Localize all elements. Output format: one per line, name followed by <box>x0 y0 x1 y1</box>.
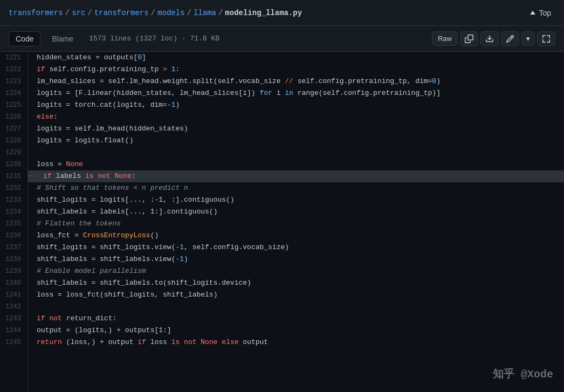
table-row: loss = loss_fct(shift_logits, shift_labe… <box>28 289 564 301</box>
breadcrumb-repo[interactable]: transformers <box>9 9 63 17</box>
line-indicator[interactable]: ··· <box>28 170 36 182</box>
line-number: 1243 <box>4 313 23 325</box>
code-token: -1 <box>175 243 184 251</box>
breadcrumb-sep5: / <box>218 9 223 17</box>
code-token: None <box>201 338 217 346</box>
code-token: () <box>150 231 159 239</box>
table-row: if self.config.pretraining_tp > 1: <box>28 64 564 75</box>
line-number: 1240 <box>4 277 23 289</box>
more-button[interactable]: ▾ <box>521 31 535 46</box>
code-token: shift_logits = shift_logits.view( <box>37 243 175 251</box>
line-number: 1245 <box>4 336 23 348</box>
code-token: loss = <box>37 160 66 168</box>
toolbar-actions: Raw ▾ <box>432 31 555 46</box>
code-token: not <box>184 338 196 346</box>
raw-button[interactable]: Raw <box>432 31 458 46</box>
line-number: 1230 <box>4 159 23 170</box>
table-row: logits = self.lm_head(hidden_states) <box>28 123 564 135</box>
code-token: in <box>285 89 293 97</box>
table-row: shift_labels = shift_labels.to(shift_log… <box>28 277 564 289</box>
line-number: 1236 <box>4 230 23 242</box>
code-token: if <box>37 314 45 322</box>
code-token: # Enable model parallelism <box>37 267 146 275</box>
table-row: loss = None <box>28 159 564 170</box>
code-token: -1 <box>175 255 184 263</box>
line-number: 1221 <box>4 52 23 64</box>
code-token: : <box>53 113 58 121</box>
line-number: 1233 <box>4 194 23 206</box>
code-token <box>180 338 184 346</box>
code-token: : <box>175 65 180 73</box>
code-token: else <box>222 338 238 346</box>
download-button[interactable] <box>480 31 499 46</box>
code-token: ) <box>175 101 180 109</box>
breadcrumb: transformers / src / transformers / mode… <box>9 9 302 17</box>
table-row: shift_labels = labels[..., 1:].contiguou… <box>28 206 564 218</box>
code-token: output <box>239 338 269 346</box>
line-number: 1232 <box>4 182 23 194</box>
code-token: loss = loss_fct(shift_logits, shift_labe… <box>37 291 217 299</box>
code-token: None <box>66 160 83 168</box>
code-token: ] <box>142 53 146 61</box>
blame-tab[interactable]: Blame <box>45 31 80 46</box>
top-button[interactable]: Top <box>526 6 555 19</box>
code-token: > <box>163 65 167 73</box>
code-token: self.config.pretraining_tp, dim= <box>293 77 432 85</box>
expand-button[interactable] <box>537 31 555 46</box>
line-number: 1228 <box>4 135 23 147</box>
header: transformers / src / transformers / mode… <box>0 0 564 26</box>
code-token <box>111 172 115 180</box>
code-token: # Flatten the tokens <box>37 219 121 228</box>
code-token: if <box>137 338 146 346</box>
line-numbers: 1221122212231224122512261227122812291230… <box>0 52 28 392</box>
code-token: hidden_states = outputs[ <box>37 53 137 61</box>
code-token: loss_fct = <box>37 231 83 239</box>
edit-button[interactable] <box>501 31 519 46</box>
line-number: 1226 <box>4 111 23 123</box>
code-token: 1 <box>167 65 176 73</box>
line-number: 1227 <box>4 123 23 135</box>
table-row <box>28 301 564 313</box>
code-token: shift_labels = shift_labels.view( <box>37 255 175 263</box>
code-token: # Shift so that tokens < n predict n <box>37 184 188 192</box>
code-token: is <box>85 172 94 180</box>
breadcrumb-sep4: / <box>187 9 191 17</box>
line-number: 1225 <box>4 99 23 111</box>
table-row <box>28 147 564 159</box>
line-number: 1223 <box>4 75 23 87</box>
breadcrumb-models[interactable]: models <box>157 9 184 17</box>
code-token: // <box>285 77 293 85</box>
code-token: CrossEntropyLoss <box>83 231 150 239</box>
code-token: output = (logits,) + outputs[1:] <box>37 326 171 334</box>
arrow-up-icon <box>530 11 535 15</box>
code-content[interactable]: hidden_states = outputs[0] if self.confi… <box>28 52 564 392</box>
table-row: else: <box>28 111 564 123</box>
table-row: output = (logits,) + outputs[1:] <box>28 325 564 336</box>
breadcrumb-transformers[interactable]: transformers <box>94 9 149 17</box>
copy-button[interactable] <box>460 31 478 46</box>
table-row: # Flatten the tokens <box>28 218 564 230</box>
line-number: 1224 <box>4 87 23 99</box>
code-token: labels <box>52 172 85 180</box>
breadcrumb-llama[interactable]: llama <box>194 9 216 17</box>
breadcrumb-sep3: / <box>151 9 155 17</box>
table-row: lm_head_slices = self.lm_head.weight.spl… <box>28 75 564 87</box>
code-token: logits = [F.linear(hidden_states, lm_hea… <box>37 89 259 97</box>
code-tab[interactable]: Code <box>9 31 40 46</box>
code-token: shift_logits = logits[..., :-1, :].conti… <box>37 196 235 204</box>
edit-icon <box>506 35 514 43</box>
code-token: , self.config.vocab_size) <box>184 243 289 251</box>
code-token: shift_labels = labels[..., 1:].contiguou… <box>37 208 217 216</box>
code-token: not <box>98 172 110 180</box>
line-number: 1238 <box>4 253 23 265</box>
table-row: loss_fct = CrossEntropyLoss() <box>28 230 564 242</box>
table-row: if not return_dict: <box>28 313 564 325</box>
breadcrumb-src[interactable]: src <box>72 9 85 17</box>
table-row: return (loss,) + output if loss is not N… <box>28 336 564 348</box>
top-button-label: Top <box>539 9 551 17</box>
line-number: 1234 <box>4 206 23 218</box>
code-token: not <box>49 314 61 322</box>
code-token: loss <box>146 338 171 346</box>
toolbar: Code Blame 1573 lines (1327 loc) · 71.8 … <box>0 26 564 52</box>
code-token: : <box>132 172 136 180</box>
